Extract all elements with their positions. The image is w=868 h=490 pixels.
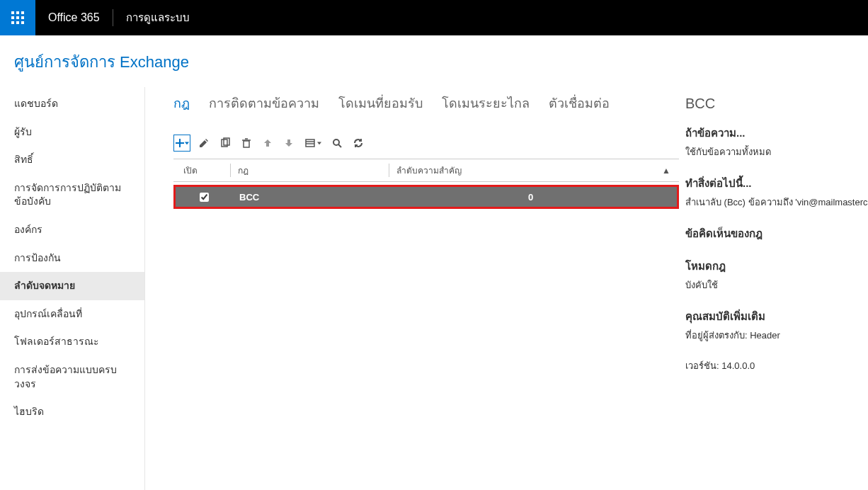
tab-message-trace[interactable]: การติดตามข้อความ bbox=[209, 96, 319, 110]
arrow-up-icon bbox=[262, 137, 273, 149]
nav-item-recipients[interactable]: ผู้รับ bbox=[0, 118, 144, 147]
cell-priority: 0 bbox=[387, 192, 677, 203]
details-section-mode: โหมดกฎ บังคับใช้ bbox=[685, 258, 862, 292]
delete-button[interactable] bbox=[239, 135, 254, 151]
nav-item-protection[interactable]: การป้องกัน bbox=[0, 244, 144, 273]
svg-rect-6 bbox=[11, 21, 14, 24]
col-header-priority[interactable]: ลำดับความสำคัญ ▲ bbox=[389, 164, 679, 177]
details-value: ใช้กับข้อความทั้งหมด bbox=[685, 144, 862, 159]
details-heading: คุณสมบัติเพิ่มเติม bbox=[685, 308, 862, 325]
svg-rect-17 bbox=[306, 139, 314, 147]
arrow-down-icon bbox=[283, 137, 295, 149]
tab-rules[interactable]: กฎ bbox=[173, 96, 190, 110]
rules-table: เปิด กฎ ลำดับความสำคัญ ▲ BCC 0 bbox=[173, 159, 679, 209]
nav-item-hybrid[interactable]: ไฮบริด bbox=[0, 398, 144, 426]
nav-item-publicfolders[interactable]: โฟลเดอร์สาธารณะ bbox=[0, 328, 144, 356]
main-content: กฎ การติดตามข้อความ โดเมนที่ยอมรับ โดเมน… bbox=[145, 87, 677, 490]
col-header-priority-label: ลำดับความสำคัญ bbox=[396, 164, 462, 177]
svg-rect-7 bbox=[16, 21, 19, 24]
details-section-comments: ข้อคิดเห็นของกฎ bbox=[685, 225, 862, 242]
trash-icon bbox=[241, 137, 252, 149]
nav-item-unified[interactable]: การส่งข้อความแบบครบวงจร bbox=[0, 356, 144, 398]
copy-icon bbox=[219, 137, 231, 149]
nav-item-mailflow[interactable]: ลำดับจดหมาย bbox=[0, 272, 144, 300]
app-name-label[interactable]: การดูแลระบบ bbox=[113, 9, 202, 26]
table-row-highlight: BCC 0 bbox=[173, 185, 679, 209]
pencil-icon bbox=[198, 137, 210, 149]
sort-asc-icon: ▲ bbox=[662, 166, 670, 176]
nav-item-organization[interactable]: องค์กร bbox=[0, 216, 144, 244]
nav-item-compliance[interactable]: การจัดการการปฏิบัติตามข้อบังคับ bbox=[0, 174, 144, 216]
brand-label[interactable]: Office 365 bbox=[35, 11, 113, 24]
nav-item-permissions[interactable]: สิทธิ์ bbox=[0, 146, 144, 174]
tab-remote-domains[interactable]: โดเมนระยะไกล bbox=[442, 96, 530, 110]
chevron-down-icon bbox=[317, 141, 321, 145]
details-heading: ทำสิ่งต่อไปนี้... bbox=[685, 175, 862, 192]
details-section-do: ทำสิ่งต่อไปนี้... สำเนาลับ (Bcc) ข้อความ… bbox=[685, 175, 862, 210]
left-nav: แดชบอร์ด ผู้รับ สิทธิ์ การจัดการการปฏิบั… bbox=[0, 87, 145, 490]
details-heading: ถ้าข้อความ... bbox=[685, 125, 862, 142]
svg-rect-14 bbox=[244, 141, 249, 147]
version-value: 14.0.0.0 bbox=[721, 360, 755, 371]
svg-rect-2 bbox=[21, 11, 24, 14]
list-icon bbox=[304, 137, 316, 149]
rule-enabled-checkbox[interactable] bbox=[200, 193, 209, 202]
details-pane: BCC ถ้าข้อความ... ใช้กับข้อความทั้งหมด ท… bbox=[677, 87, 868, 490]
copy-button[interactable] bbox=[217, 135, 233, 151]
svg-rect-5 bbox=[21, 16, 24, 19]
move-up-button[interactable] bbox=[260, 135, 275, 151]
version-label: เวอร์ชัน: bbox=[685, 360, 719, 371]
tab-connectors[interactable]: ตัวเชื่อมต่อ bbox=[549, 96, 610, 110]
waffle-icon bbox=[11, 11, 24, 24]
tabs: กฎ การติดตามข้อความ โดเมนที่ยอมรับ โดเมน… bbox=[173, 87, 677, 130]
svg-rect-3 bbox=[11, 16, 14, 19]
details-version: เวอร์ชัน: 14.0.0.0 bbox=[685, 358, 862, 373]
tab-accepted-domains[interactable]: โดเมนที่ยอมรับ bbox=[338, 96, 423, 110]
more-button[interactable] bbox=[302, 135, 324, 151]
details-heading: ข้อคิดเห็นของกฎ bbox=[685, 225, 862, 242]
svg-marker-11 bbox=[185, 142, 189, 145]
table-header-row: เปิด กฎ ลำดับความสำคัญ ▲ bbox=[173, 159, 679, 182]
cell-on bbox=[176, 193, 232, 202]
top-bar: Office 365 การดูแลระบบ bbox=[0, 0, 868, 35]
details-value: สำเนาลับ (Bcc) ข้อความถึง 'vin@mailmaste… bbox=[685, 195, 862, 210]
svg-rect-1 bbox=[16, 11, 19, 14]
move-down-button[interactable] bbox=[281, 135, 297, 151]
search-button[interactable] bbox=[329, 135, 345, 151]
edit-button[interactable] bbox=[196, 135, 212, 151]
page-title: ศูนย์การจัดการ Exchange bbox=[0, 35, 868, 87]
plus-icon bbox=[176, 139, 184, 147]
cell-rule: BCC bbox=[232, 192, 387, 203]
col-header-on[interactable]: เปิด bbox=[173, 164, 230, 177]
details-section-version: เวอร์ชัน: 14.0.0.0 bbox=[685, 358, 862, 373]
add-button[interactable] bbox=[173, 135, 190, 152]
svg-rect-8 bbox=[21, 21, 24, 24]
details-value: บังคับใช้ bbox=[685, 278, 862, 292]
nav-item-dashboard[interactable]: แดชบอร์ด bbox=[0, 90, 144, 118]
refresh-button[interactable] bbox=[350, 135, 366, 151]
refresh-icon bbox=[353, 137, 364, 149]
svg-marker-20 bbox=[317, 142, 321, 145]
details-section-additional: คุณสมบัติเพิ่มเติม ที่อยู่ผู้ส่งตรงกับ: … bbox=[685, 308, 862, 343]
table-row[interactable]: BCC 0 bbox=[176, 187, 677, 207]
chevron-down-icon bbox=[185, 141, 189, 145]
col-header-rule[interactable]: กฎ bbox=[230, 164, 389, 177]
details-title: BCC bbox=[685, 96, 862, 112]
app-launcher-button[interactable] bbox=[0, 0, 35, 35]
nav-item-mobile[interactable]: อุปกรณ์เคลื่อนที่ bbox=[0, 300, 144, 329]
toolbar bbox=[173, 130, 677, 159]
details-value: ที่อยู่ผู้ส่งตรงกับ: Header bbox=[685, 328, 862, 343]
svg-rect-4 bbox=[16, 16, 19, 19]
svg-line-22 bbox=[338, 144, 341, 147]
svg-point-21 bbox=[333, 139, 339, 145]
svg-rect-0 bbox=[11, 11, 14, 14]
search-icon bbox=[331, 137, 343, 149]
details-heading: โหมดกฎ bbox=[685, 258, 862, 275]
details-section-if: ถ้าข้อความ... ใช้กับข้อความทั้งหมด bbox=[685, 125, 862, 159]
